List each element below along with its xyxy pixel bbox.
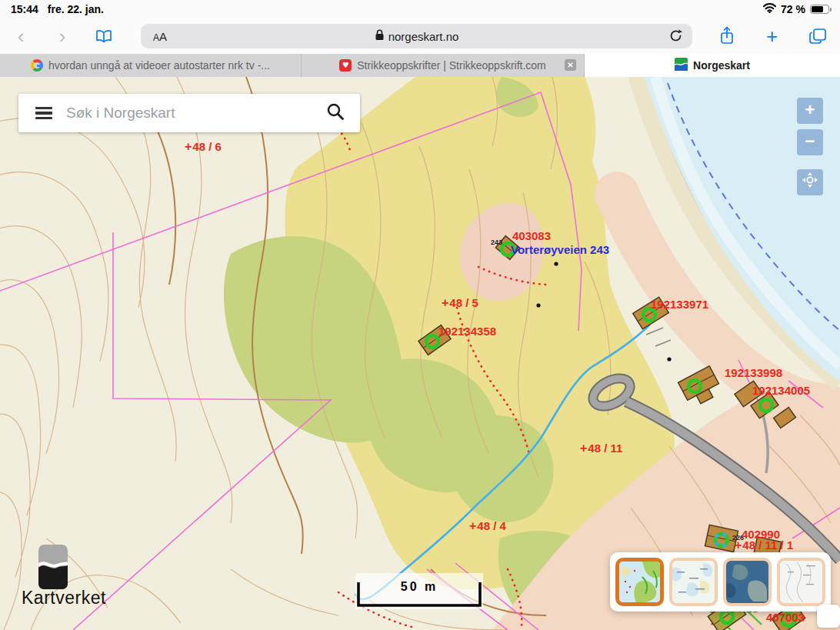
tab-google-search[interactable]: hvordan unngå at videoer autostarter nrk… (0, 54, 302, 77)
map-canvas[interactable] (0, 77, 840, 630)
tabs-overview-icon[interactable] (795, 28, 840, 45)
tab-norgeskart-active[interactable]: Norgeskart (585, 54, 840, 77)
layer-thumbnail-land-map[interactable] (615, 558, 664, 606)
address-bar[interactable]: AA norgeskart.no (141, 24, 692, 48)
clock: 15:44 (11, 3, 38, 15)
date: fre. 22. jan. (48, 3, 104, 15)
reload-button[interactable] (668, 28, 683, 46)
tab-bar: hvordan unngå at videoer autostarter nrk… (0, 54, 840, 77)
layer-thumbnail-greyscale-map[interactable] (777, 558, 825, 606)
google-favicon-icon (31, 59, 43, 72)
close-tab-icon[interactable]: ✕ (565, 59, 576, 71)
zoom-out-button[interactable]: − (797, 129, 823, 155)
collapsed-control-button[interactable] (817, 605, 840, 628)
menu-icon[interactable] (35, 107, 52, 119)
norgeskart-favicon-icon (675, 58, 688, 73)
ipad-safari-screen: 15:44 fre. 22. jan. 72 % ‹ › AA norgeska… (0, 0, 840, 630)
bookmarks-icon[interactable] (83, 29, 125, 43)
my-location-button[interactable] (797, 169, 823, 195)
url-text: norgeskart.no (388, 30, 459, 43)
tab-strikkeoppskrifter[interactable]: ♥ Strikkeoppskrifter | Strikkeoppskrift.… (302, 54, 585, 77)
tab-label: Strikkeoppskrifter | Strikkeoppskrift.co… (357, 59, 546, 72)
heart-favicon-icon: ♥ (339, 59, 352, 72)
zoom-in-button[interactable]: + (797, 98, 823, 124)
status-bar: 15:44 fre. 22. jan. 72 % (0, 0, 840, 18)
new-tab-button[interactable]: + (749, 25, 795, 48)
battery-icon (810, 5, 829, 14)
browser-toolbar: ‹ › AA norgeskart.no + (0, 18, 840, 54)
wifi-icon (763, 3, 776, 15)
map-search-box[interactable]: Søk i Norgeskart (18, 94, 360, 132)
forward-button[interactable]: › (42, 18, 83, 54)
search-input[interactable]: Søk i Norgeskart (66, 105, 326, 122)
back-button[interactable]: ‹ (0, 18, 42, 54)
crosshair-arrows-icon (802, 170, 818, 195)
battery-percent: 72 % (781, 3, 805, 15)
search-icon[interactable] (326, 102, 345, 124)
map-viewport[interactable]: +48 / 6 403083 Vorterøyveien 243 243 +48… (0, 77, 840, 630)
tab-label: Norgeskart (693, 59, 750, 72)
layer-thumbnail-aerial-photo[interactable] (723, 558, 772, 606)
padlock-icon (375, 29, 385, 43)
tab-label: hvordan unngå at videoer autostarter nrk… (48, 59, 270, 72)
layer-thumbnail-topo-map[interactable] (669, 558, 718, 606)
share-icon[interactable] (704, 26, 749, 46)
layer-selector-panel (610, 552, 831, 612)
